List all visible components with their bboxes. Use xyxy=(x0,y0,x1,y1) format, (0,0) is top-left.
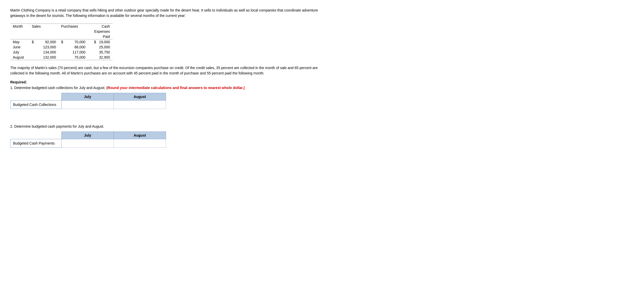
q1-text: 1. Determine budgeted cash collections f… xyxy=(10,86,105,90)
payments-row: Budgeted Cash Payments xyxy=(10,139,166,148)
col-cash-label1: Cash xyxy=(88,24,113,29)
table-row: June 123,000 88,000 25,000 xyxy=(10,45,113,50)
payments-table: July August Budgeted Cash Payments xyxy=(10,131,166,148)
payments-july-input[interactable] xyxy=(64,141,111,146)
payments-empty-header xyxy=(10,132,62,139)
col-month-header: Month xyxy=(10,24,29,29)
required-label: Required: xyxy=(10,80,322,84)
collections-row: Budgeted Cash Collections xyxy=(10,101,166,109)
collections-august-cell[interactable] xyxy=(114,101,166,109)
collections-august-input[interactable] xyxy=(116,102,163,107)
collections-july-header: July xyxy=(62,93,114,101)
payments-august-header: August xyxy=(114,132,166,139)
col-purchases-header: Purchases xyxy=(59,24,88,29)
row-june-sales: 123,000 xyxy=(38,45,59,50)
row-august-purchases: 75,000 xyxy=(67,55,88,60)
row-august-expenses: 32,900 xyxy=(88,55,113,60)
payments-label: Budgeted Cash Payments xyxy=(10,139,62,148)
row-may-sales: 92,000 xyxy=(38,39,59,45)
row-may-expenses: $ 19,000 xyxy=(88,39,113,45)
required-section: Required: 1. Determine budgeted cash col… xyxy=(10,80,322,148)
row-july-sales: 134,000 xyxy=(38,50,59,55)
row-august-sales: 132,000 xyxy=(38,55,59,60)
collections-july-input[interactable] xyxy=(64,102,111,107)
row-june-expenses: 25,000 xyxy=(88,45,113,50)
description-paragraph: The majority of Martin’s sales (70 perce… xyxy=(10,65,322,76)
collections-july-cell[interactable] xyxy=(62,101,114,109)
intro-paragraph: Martin Clothing Company is a retail comp… xyxy=(10,8,322,18)
row-may-purchases: 70,000 xyxy=(67,39,88,45)
payments-july-cell[interactable] xyxy=(62,139,114,148)
col-cash-paid-header: Paid xyxy=(88,34,113,39)
col-sales-header: Sales xyxy=(29,24,59,29)
row-july-purchases: 117,000 xyxy=(67,50,88,55)
collections-label: Budgeted Cash Collections xyxy=(10,101,62,109)
row-may-purchases-prefix: $ xyxy=(59,39,67,45)
collections-august-header: August xyxy=(114,93,166,101)
row-august-month: August xyxy=(10,55,29,60)
row-june-purchases: 88,000 xyxy=(67,45,88,50)
payments-august-input[interactable] xyxy=(116,141,163,146)
collections-table: July August Budgeted Cash Collections xyxy=(10,93,166,109)
collections-empty-header xyxy=(10,93,62,101)
payments-august-cell[interactable] xyxy=(114,139,166,148)
row-june-month: June xyxy=(10,45,29,50)
q1-red-text: (Round your intermediate calculations an… xyxy=(106,86,245,90)
row-july-month: July xyxy=(10,50,29,55)
question-2-label: 2. Determine budgeted cash payments for … xyxy=(10,124,322,128)
row-may-month: May xyxy=(10,39,29,45)
col-cash-label2: Expenses xyxy=(88,29,113,34)
table-row: July 134,000 117,000 35,750 xyxy=(10,50,113,55)
table-row: May $ 92,000 $ 70,000 $ 19,000 xyxy=(10,39,113,45)
payments-july-header: July xyxy=(62,132,114,139)
question-1-label: 1. Determine budgeted cash collections f… xyxy=(10,86,322,90)
data-table: Month Sales Purchases Cash Expenses Paid… xyxy=(10,24,113,60)
row-may-sales-prefix: $ xyxy=(29,39,37,45)
table-row: August 132,000 75,000 32,900 xyxy=(10,55,113,60)
row-july-expenses: 35,750 xyxy=(88,50,113,55)
